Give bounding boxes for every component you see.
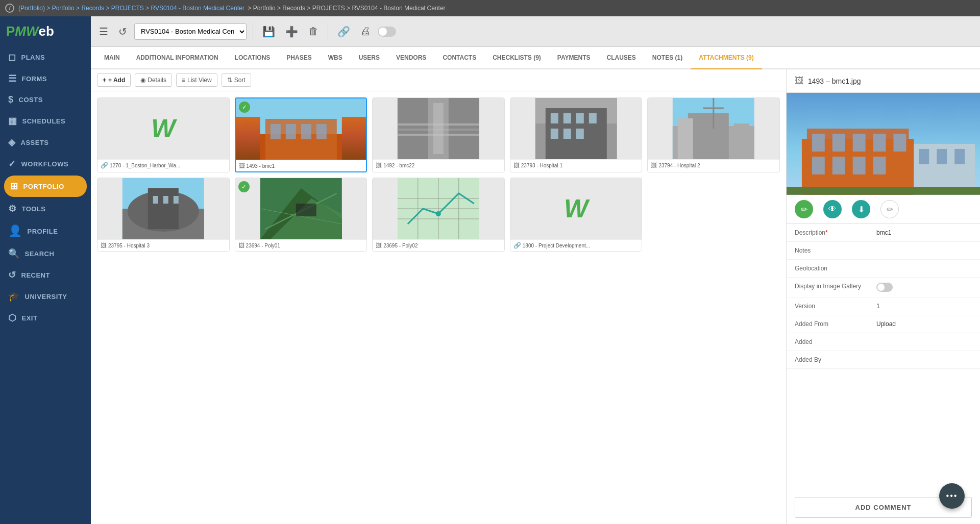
tools-icon: ⚙ [8, 203, 17, 214]
version-value: 1 [876, 303, 972, 310]
add-button[interactable]: + + Add [97, 73, 131, 87]
toolbar-toggle[interactable] [378, 27, 396, 37]
sidebar-item-recent[interactable]: ↺ RECENT [0, 264, 91, 286]
tab-vendors[interactable]: VENDORS [388, 47, 434, 69]
sidebar-item-portfolio[interactable]: ⊞ PORTFOLIO [4, 176, 87, 197]
tab-payments[interactable]: PAYMENTS [549, 47, 599, 69]
attachment-name: 1270 - 1_Boston_Harbor_Wa... [110, 163, 180, 168]
attachment-thumb: W [97, 98, 229, 159]
record-select[interactable]: RVS0104 - Boston Medical Center [134, 23, 247, 40]
description-label: Description [795, 229, 876, 236]
sort-label: Sort [234, 77, 246, 84]
tab-phases[interactable]: PHASES [278, 47, 320, 69]
attachment-item[interactable]: W 🔗 1270 - 1_Boston_Harbor_Wa... [97, 97, 230, 172]
sort-button[interactable]: ⇅ Sort [222, 73, 251, 87]
svg-rect-6 [316, 124, 326, 139]
attachment-thumb [648, 98, 779, 159]
tab-locations[interactable]: LOCATIONS [227, 47, 279, 69]
tab-wbs[interactable]: WBS [320, 47, 351, 69]
tab-navigation: MAIN ADDITIONAL INFORMATION LOCATIONS PH… [91, 47, 980, 69]
svg-point-50 [436, 211, 441, 216]
sidebar-item-label: TOOLS [22, 205, 46, 213]
profile-icon: 👤 [8, 224, 22, 238]
sidebar-item-forms[interactable]: ☰ FORMS [0, 68, 91, 89]
attachment-item[interactable]: 🖼 1492 - bmc22 [372, 97, 505, 172]
more-button[interactable]: ✏ [880, 200, 899, 218]
svg-rect-57 [873, 134, 886, 152]
attachment-footer: 🖼 1493 - bmc1 [236, 160, 366, 171]
attachment-thumb: W [510, 178, 642, 239]
logo-thumb: W [151, 114, 175, 143]
attachment-item[interactable]: 🖼 23695 - Poly02 [372, 178, 505, 252]
sidebar-item-tools[interactable]: ⚙ TOOLS [0, 198, 91, 219]
sidebar-item-search[interactable]: 🔍 SEARCH [0, 243, 91, 264]
fab-button[interactable]: ••• [939, 483, 965, 509]
logo-thumb-2: W [564, 194, 588, 223]
image-icon: 🖼 [239, 162, 245, 169]
sidebar-item-workflows[interactable]: ✓ WORKFLOWS [0, 153, 91, 174]
svg-rect-29 [734, 123, 749, 159]
add-button[interactable]: ➕ [282, 23, 301, 40]
detail-image [787, 93, 980, 195]
view-button[interactable]: 👁 [823, 200, 842, 218]
sidebar-item-profile[interactable]: 👤 PROFILE [0, 219, 91, 243]
attachment-footer: 🖼 1492 - bmc22 [373, 159, 504, 171]
save-button[interactable]: 💾 [259, 23, 278, 40]
sidebar-item-schedules[interactable]: ▦ SCHEDULES [0, 110, 91, 132]
attachment-thumb [373, 98, 504, 159]
svg-rect-28 [678, 118, 693, 159]
toolbar: ☰ ↺ RVS0104 - Boston Medical Center 💾 ➕ … [91, 16, 980, 47]
image-icon: 🖼 [101, 242, 107, 249]
svg-rect-42 [296, 204, 316, 216]
print-button[interactable]: 🖨 [357, 23, 374, 39]
list-view-button[interactable]: ≡ List View [176, 73, 217, 87]
sidebar-item-assets[interactable]: ◈ ASSETS [0, 132, 91, 153]
attachment-item[interactable]: W 🔗 1800 - Project Development... [510, 178, 643, 252]
detail-actions: ✏ 👁 ⬇ ✏ [787, 195, 980, 224]
edit-button[interactable]: ✏ [795, 200, 813, 218]
tab-contacts[interactable]: CONTACTS [434, 47, 484, 69]
tab-notes[interactable]: NOTES (1) [644, 47, 691, 69]
sidebar-item-label: PROFILE [28, 228, 58, 235]
attachment-item[interactable]: 🖼 23794 - Hospital 2 [647, 97, 780, 172]
detail-panel: 🖼 1493 – bmc1.jpg [786, 69, 980, 524]
sidebar-item-exit[interactable]: ⬡ EXIT [0, 307, 91, 329]
assets-icon: ◈ [8, 137, 16, 148]
svg-rect-65 [937, 149, 947, 164]
attachment-item[interactable]: ✓ [235, 97, 368, 172]
attachment-footer: 🖼 23694 - Poly01 [235, 239, 367, 251]
svg-rect-59 [812, 157, 825, 174]
hamburger-button[interactable]: ☰ [96, 23, 111, 40]
tab-checklists[interactable]: CHECKLISTS (9) [484, 47, 549, 69]
delete-button[interactable]: 🗑 [305, 23, 322, 39]
description-row: Description bmc1 [787, 224, 980, 242]
svg-rect-67 [787, 187, 980, 195]
plans-icon: ◻ [8, 52, 16, 63]
sidebar-item-costs[interactable]: $ COSTS [0, 89, 91, 110]
svg-rect-16 [551, 113, 558, 123]
list-view-label: List View [187, 77, 212, 84]
tab-attachments[interactable]: ATTACHMENTS (9) [691, 47, 762, 69]
tab-users[interactable]: USERS [351, 47, 388, 69]
attachment-item[interactable]: 🖼 23793 - Hospital 1 [510, 97, 643, 172]
sidebar-item-plans[interactable]: ◻ PLANS [0, 46, 91, 68]
attachment-item[interactable]: 🖼 23795 - Hospital 3 [97, 178, 230, 252]
svg-rect-66 [954, 149, 965, 164]
download-button[interactable]: ⬇ [852, 200, 870, 218]
portfolio-link[interactable]: (Portfolio) > Portfolio > Records > PROJ… [18, 5, 244, 12]
undo-button[interactable]: ↺ [115, 23, 130, 40]
details-button[interactable]: ◉ Details [135, 73, 172, 87]
image-icon: 🖼 [651, 162, 657, 169]
sidebar-item-label: COSTS [19, 96, 43, 104]
tab-additional[interactable]: ADDITIONAL INFORMATION [128, 47, 227, 69]
tab-main[interactable]: MAIN [96, 47, 128, 69]
attachment-name: 1493 - bmc1 [247, 163, 275, 169]
sidebar-item-label: SEARCH [25, 250, 55, 258]
attachment-item[interactable]: ✓ 🖼 23694 - P [235, 178, 368, 252]
action-bar: + + Add ◉ Details ≡ List View ⇅ Sort [91, 69, 786, 91]
tab-clauses[interactable]: CLAUSES [599, 47, 644, 69]
display-gallery-toggle[interactable] [876, 283, 893, 292]
sidebar-item-university[interactable]: 🎓 UNIVERSITY [0, 286, 91, 307]
link-button[interactable]: 🔗 [334, 23, 353, 40]
info-icon[interactable]: i [5, 4, 14, 13]
